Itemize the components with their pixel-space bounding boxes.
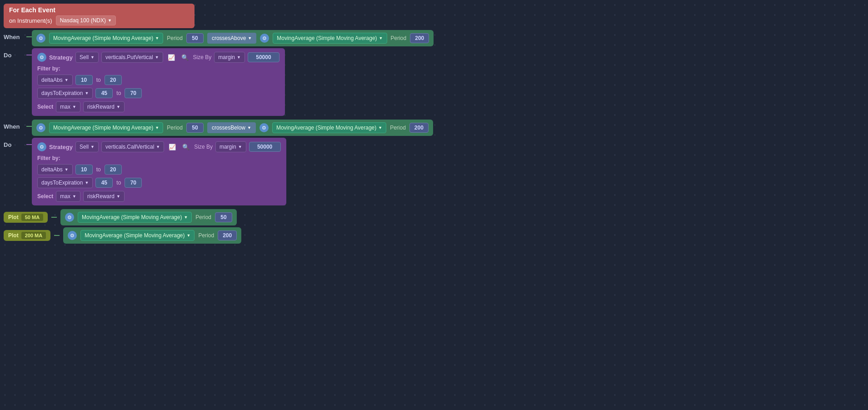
plot-name-1: 50 MA bbox=[21, 214, 43, 221]
period-label-2b: Period bbox=[390, 125, 406, 131]
filter-from-1a[interactable]: 10 bbox=[75, 75, 93, 85]
plot-block-2: Plot 200 MA bbox=[4, 230, 50, 241]
filter-by-label-1: Filter by: bbox=[37, 65, 60, 72]
search-icon-2[interactable]: 🔍 bbox=[180, 143, 191, 151]
plot-when-1: ⚙ MovingAverage (Simple Moving Average) … bbox=[60, 209, 237, 225]
filter-field-1b[interactable]: daysToExpiration bbox=[37, 88, 93, 99]
filter-field-2b[interactable]: daysToExpiration bbox=[37, 177, 93, 188]
for-each-block: For Each Event on Instrument(s) Nasdaq 1… bbox=[4, 4, 195, 28]
ma2-dropdown-2[interactable]: MovingAverage (Simple Moving Average) bbox=[272, 122, 386, 133]
main-container: For Each Event on Instrument(s) Nasdaq 1… bbox=[0, 0, 868, 248]
filter-from-1b[interactable]: 45 bbox=[95, 88, 113, 98]
strategy-label-2: Strategy bbox=[49, 144, 73, 150]
search-icon-1[interactable]: 🔍 bbox=[180, 53, 190, 62]
plot-name-2: 200 MA bbox=[21, 232, 46, 239]
plot-row-2: Plot 200 MA ⚙ MovingAverage (Simple Movi… bbox=[4, 227, 864, 244]
period-label-2a: Period bbox=[167, 125, 183, 131]
to-label-1a: to bbox=[95, 77, 102, 83]
select-mode-1[interactable]: max bbox=[56, 101, 80, 112]
filter-to-1a[interactable]: 20 bbox=[105, 75, 122, 85]
gear-icon-2[interactable]: ⚙ bbox=[36, 123, 45, 132]
select-row-2: Select max riskReward bbox=[37, 191, 281, 202]
period-value-2b[interactable]: 200 bbox=[409, 123, 429, 133]
gear-icon-2b[interactable]: ⚙ bbox=[259, 123, 269, 132]
plot-period-value-1[interactable]: 50 bbox=[215, 212, 232, 222]
strategy-row-2: ⚙ Strategy Sell verticals.CallVertical 📈… bbox=[37, 141, 281, 152]
do-row-2: Do ⚙ Strategy Sell verticals.CallVertica… bbox=[4, 138, 864, 205]
filter-label-row-2: Filter by: bbox=[37, 155, 281, 161]
chart-icon-1[interactable]: 📈 bbox=[166, 53, 177, 62]
strategy-label-1: Strategy bbox=[49, 54, 73, 61]
ma1-dropdown-2[interactable]: MovingAverage (Simple Moving Average) bbox=[49, 122, 163, 133]
do-block-1: ⚙ Strategy Sell verticals.PutVertical 📈 … bbox=[32, 48, 285, 116]
filter-by-label-2: Filter by: bbox=[37, 155, 60, 161]
strategy-row-1: ⚙ Strategy Sell verticals.PutVertical 📈 … bbox=[37, 52, 279, 63]
instrument-dropdown[interactable]: Nasdaq 100 (NDX) bbox=[56, 15, 116, 25]
gear-icon-plot-2[interactable]: ⚙ bbox=[68, 231, 77, 240]
select-field-1[interactable]: riskReward bbox=[83, 101, 125, 112]
filter-to-2b[interactable]: 70 bbox=[125, 178, 142, 188]
filter-rows-1: deltaAbs 10 to 20 daysToExpiration 45 to… bbox=[37, 75, 279, 99]
gear-icon-plot-1[interactable]: ⚙ bbox=[65, 213, 74, 222]
gear-icon-1b[interactable]: ⚙ bbox=[260, 34, 269, 43]
when-label-2: When bbox=[4, 120, 26, 130]
filter-field-2a[interactable]: deltaAbs bbox=[37, 164, 73, 175]
plot-ma-dropdown-2[interactable]: MovingAverage (Simple Moving Average) bbox=[80, 230, 195, 241]
plot-period-label-2: Period bbox=[198, 232, 214, 239]
period-label-1b: Period bbox=[391, 35, 407, 41]
gear-icon-1[interactable]: ⚙ bbox=[36, 34, 45, 43]
period-value-1b[interactable]: 200 bbox=[410, 33, 429, 43]
when-condition-2: ⚙ MovingAverage (Simple Moving Average) … bbox=[32, 120, 433, 136]
gear-icon-do-2[interactable]: ⚙ bbox=[37, 142, 46, 151]
filter-to-1b[interactable]: 70 bbox=[125, 88, 142, 98]
to-label-2b: to bbox=[115, 180, 122, 186]
period-label-1a: Period bbox=[167, 35, 183, 41]
when-condition-1: ⚙ MovingAverage (Simple Moving Average) … bbox=[32, 30, 434, 46]
plot-block-1: Plot 50 MA bbox=[4, 212, 48, 223]
strategy-type-1[interactable]: verticals.PutVertical bbox=[101, 52, 163, 63]
chart-icon-2[interactable]: 📈 bbox=[167, 143, 178, 151]
filter-label-row-1: Filter by: bbox=[37, 65, 279, 72]
filter-field-1a[interactable]: deltaAbs bbox=[37, 75, 73, 85]
for-each-title: For Each Event bbox=[9, 6, 189, 14]
strategy-type-2[interactable]: verticals.CallVertical bbox=[101, 141, 164, 152]
size-by-value-1[interactable]: margin bbox=[214, 52, 245, 63]
select-label-2: Select bbox=[37, 193, 53, 200]
size-value-2[interactable]: 50000 bbox=[249, 142, 281, 152]
plot-label-1: Plot bbox=[8, 214, 19, 220]
filter-to-2a[interactable]: 20 bbox=[105, 165, 122, 175]
filter-from-2a[interactable]: 10 bbox=[75, 165, 93, 175]
filter-rows-2: deltaAbs 10 to 20 daysToExpiration 45 to… bbox=[37, 164, 281, 188]
ma1-dropdown-1[interactable]: MovingAverage (Simple Moving Average) bbox=[49, 33, 163, 44]
filter-row-1b: daysToExpiration 45 to 70 bbox=[37, 88, 279, 99]
plot-period-value-2[interactable]: 200 bbox=[218, 230, 237, 240]
plot-row-1: Plot 50 MA ⚙ MovingAverage (Simple Movin… bbox=[4, 209, 864, 225]
size-by-label-1: Size By bbox=[193, 54, 212, 60]
when-row-2: When ⚙ MovingAverage (Simple Moving Aver… bbox=[4, 120, 864, 136]
when-label-1: When bbox=[4, 30, 26, 40]
event-block-1: When ⚙ MovingAverage (Simple Moving Aver… bbox=[4, 30, 864, 116]
when-row-1: When ⚙ MovingAverage (Simple Moving Aver… bbox=[4, 30, 864, 46]
gear-icon-do-1[interactable]: ⚙ bbox=[37, 53, 46, 62]
do-label-1: Do bbox=[4, 48, 26, 59]
size-by-value-2[interactable]: margin bbox=[215, 141, 246, 152]
instrument-label: on Instrument(s) bbox=[9, 17, 52, 24]
select-field-2[interactable]: riskReward bbox=[83, 191, 125, 202]
crosses-below-btn-2[interactable]: crossesBelow bbox=[207, 122, 256, 133]
ma2-dropdown-1[interactable]: MovingAverage (Simple Moving Average) bbox=[273, 33, 387, 44]
event-block-2: When ⚙ MovingAverage (Simple Moving Aver… bbox=[4, 120, 864, 205]
strategy-action-2[interactable]: Sell bbox=[75, 141, 99, 152]
period-value-2a[interactable]: 50 bbox=[186, 123, 204, 133]
to-label-1b: to bbox=[115, 90, 122, 96]
strategy-action-1[interactable]: Sell bbox=[75, 52, 99, 63]
filter-from-2b[interactable]: 45 bbox=[95, 178, 113, 188]
filter-row-2a: deltaAbs 10 to 20 bbox=[37, 164, 281, 175]
period-value-1a[interactable]: 50 bbox=[186, 33, 204, 43]
crosses-above-btn-1[interactable]: crossesAbove bbox=[207, 33, 256, 44]
to-label-2a: to bbox=[95, 166, 102, 173]
filter-row-2b: daysToExpiration 45 to 70 bbox=[37, 177, 281, 188]
select-mode-2[interactable]: max bbox=[56, 191, 80, 202]
do-row-1: Do ⚙ Strategy Sell verticals.PutVertical… bbox=[4, 48, 864, 116]
size-value-1[interactable]: 50000 bbox=[248, 52, 279, 62]
plot-ma-dropdown-1[interactable]: MovingAverage (Simple Moving Average) bbox=[78, 212, 192, 223]
